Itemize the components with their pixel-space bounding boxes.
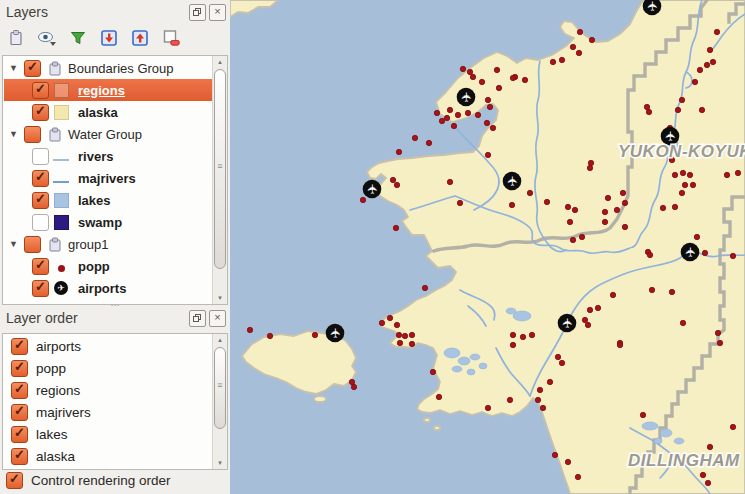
- popp-point: [555, 354, 560, 359]
- group-row-group1[interactable]: ▼ group1: [4, 233, 212, 255]
- manage-visibility-button[interactable]: [35, 26, 59, 50]
- float-panel-button[interactable]: [189, 4, 206, 21]
- visibility-checkbox[interactable]: [32, 170, 49, 187]
- scroll-down-icon[interactable]: ▾: [213, 459, 227, 467]
- islet: [434, 426, 440, 430]
- group-row-boundaries[interactable]: ▼ Boundaries Group: [4, 57, 212, 79]
- float-panel-button[interactable]: [189, 310, 206, 327]
- visibility-checkbox[interactable]: [32, 104, 49, 121]
- map-canvas[interactable]: ✈✈✈✈✈✈✈✈ YUKON-KOYUKUK DILLINGHAM: [230, 0, 745, 494]
- popp-point: [470, 74, 475, 79]
- visibility-checkbox[interactable]: [32, 148, 49, 165]
- majrivers-symbol: [53, 181, 69, 183]
- popp-point: [387, 315, 392, 320]
- filter-legend-button[interactable]: [66, 26, 90, 50]
- popp-point: [587, 307, 592, 312]
- popp-point: [687, 172, 692, 177]
- scrollbar-thumb[interactable]: [214, 347, 226, 429]
- popp-point: [520, 334, 525, 339]
- layer-row-majrivers[interactable]: majrivers: [4, 167, 212, 189]
- scroll-up-icon[interactable]: ▴: [213, 336, 227, 344]
- airport-symbol: ✈: [54, 281, 68, 295]
- order-row-popp[interactable]: popp: [4, 357, 212, 379]
- popp-point: [485, 152, 490, 157]
- order-row-majrivers[interactable]: majrivers: [4, 401, 212, 423]
- layer-row-lakes[interactable]: lakes: [4, 189, 212, 211]
- order-row-alaska[interactable]: alaska: [4, 445, 212, 467]
- popp-point: [595, 305, 600, 310]
- collapse-all-button[interactable]: [128, 26, 152, 50]
- visibility-checkbox[interactable]: [11, 448, 28, 465]
- layer-label: popp: [78, 259, 110, 274]
- close-panel-button[interactable]: ×: [209, 310, 226, 327]
- visibility-checkbox[interactable]: [32, 280, 49, 297]
- popp-point: [510, 342, 515, 347]
- collapse-all-icon: [131, 29, 149, 47]
- popp-point: [485, 97, 490, 102]
- visibility-checkbox[interactable]: [24, 126, 41, 143]
- popp-point: [390, 177, 395, 182]
- order-row-regions[interactable]: regions: [4, 379, 212, 401]
- expander-icon[interactable]: ▼: [9, 63, 24, 73]
- layer-row-airports[interactable]: ✈ airports: [4, 277, 212, 299]
- popp-point: [672, 172, 677, 177]
- visibility-checkbox[interactable]: [32, 82, 49, 99]
- popp-point: [402, 333, 407, 338]
- visibility-checkbox[interactable]: [11, 338, 28, 355]
- popp-point: [535, 397, 540, 402]
- svg-text:✈: ✈: [328, 327, 343, 338]
- popp-point: [510, 332, 515, 337]
- layers-scrollbar[interactable]: ▴ ▾: [212, 56, 227, 304]
- expander-icon[interactable]: ▼: [9, 129, 24, 139]
- expander-icon[interactable]: ▼: [9, 239, 24, 249]
- popp-point: [577, 29, 582, 34]
- layer-row-alaska[interactable]: alaska: [4, 101, 212, 123]
- visibility-checkbox[interactable]: [32, 214, 49, 231]
- svg-text:✈: ✈: [459, 91, 474, 102]
- popp-point: [529, 332, 534, 337]
- layers-panel: Layers ×: [0, 0, 230, 306]
- scroll-up-icon[interactable]: ▴: [213, 58, 227, 66]
- layer-row-regions[interactable]: regions: [4, 79, 212, 101]
- visibility-checkbox[interactable]: [11, 404, 28, 421]
- popp-point: [589, 37, 594, 42]
- scrollbar-thumb[interactable]: [214, 69, 226, 269]
- group-icon: [48, 127, 62, 142]
- scroll-down-icon[interactable]: ▾: [213, 294, 227, 302]
- visibility-checkbox[interactable]: [11, 426, 28, 443]
- group-icon: [48, 61, 62, 76]
- expand-all-button[interactable]: [97, 26, 121, 50]
- visibility-checkbox[interactable]: [24, 60, 41, 77]
- popp-point: [617, 342, 622, 347]
- order-row-airports[interactable]: airports: [4, 335, 212, 357]
- layer-row-rivers[interactable]: rivers: [4, 145, 212, 167]
- layer-row-swamp[interactable]: swamp: [4, 211, 212, 233]
- layers-panel-title: Layers: [6, 4, 186, 20]
- remove-layer-button[interactable]: [159, 26, 183, 50]
- visibility-checkbox[interactable]: [32, 192, 49, 209]
- popp-point: [451, 123, 456, 128]
- popp-point: [507, 397, 512, 402]
- popp-point: [460, 66, 465, 71]
- order-row-lakes[interactable]: lakes: [4, 423, 212, 445]
- order-label: airports: [36, 339, 81, 354]
- layer-label: lakes: [78, 193, 111, 208]
- popp-point: [682, 182, 687, 187]
- visibility-checkbox[interactable]: [32, 258, 49, 275]
- add-group-button[interactable]: [4, 26, 28, 50]
- close-panel-button[interactable]: ×: [209, 4, 226, 21]
- control-rendering-checkbox[interactable]: [6, 472, 23, 489]
- panel-splitter[interactable]: ⋯: [0, 303, 230, 309]
- popp-point: [602, 219, 607, 224]
- popp-point: [710, 59, 715, 64]
- group-row-water[interactable]: ▼ Water Group: [4, 123, 212, 145]
- popp-point: [360, 197, 365, 202]
- popp-point: [494, 67, 499, 72]
- popp-point: [602, 209, 607, 214]
- visibility-checkbox[interactable]: [24, 236, 41, 253]
- visibility-checkbox[interactable]: [11, 360, 28, 377]
- order-scrollbar[interactable]: ▴ ▾: [212, 334, 227, 469]
- visibility-checkbox[interactable]: [11, 382, 28, 399]
- map-svg[interactable]: ✈✈✈✈✈✈✈✈ YUKON-KOYUKUK DILLINGHAM: [230, 0, 745, 494]
- layer-row-popp[interactable]: popp: [4, 255, 212, 277]
